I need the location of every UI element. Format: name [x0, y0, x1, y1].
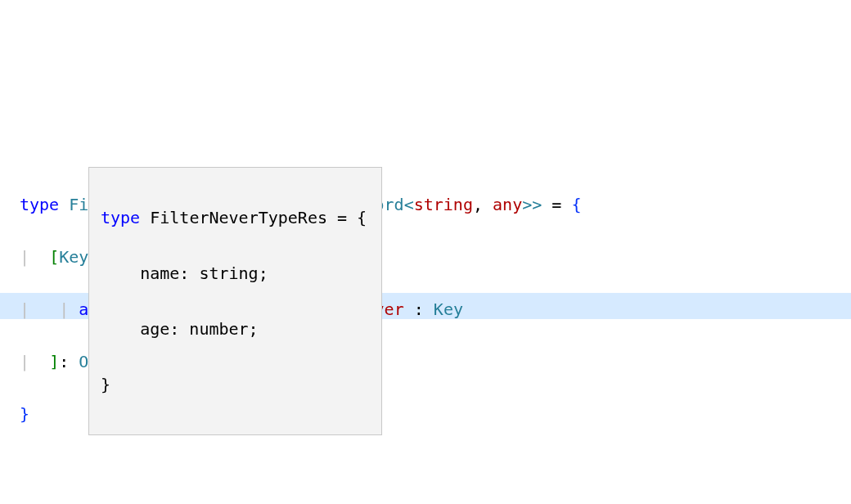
hover-tooltip: type FilterNeverTypeRes = { name: string…: [88, 167, 382, 435]
keyword-type: type: [20, 195, 59, 214]
indent-guide: | |: [20, 299, 79, 319]
indent-guide: |: [20, 247, 49, 267]
indent-guide: |: [20, 352, 49, 371]
code-line[interactable]: [20, 453, 851, 479]
